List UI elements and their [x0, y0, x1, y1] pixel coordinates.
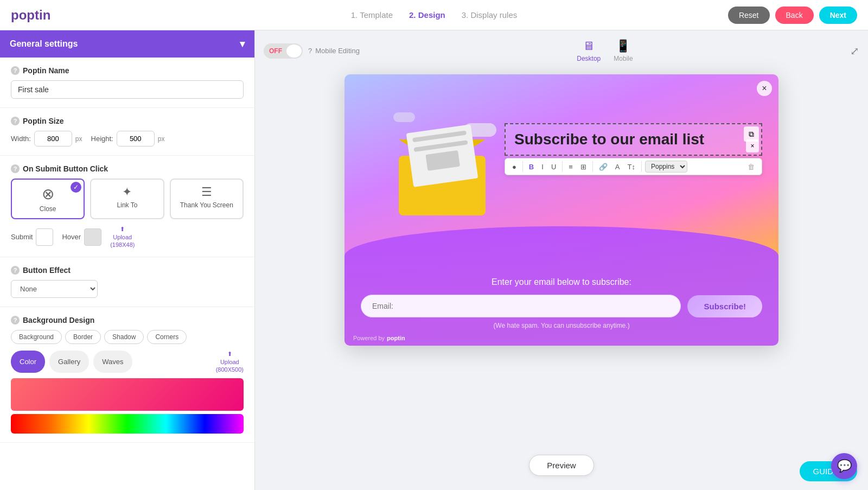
view-mobile[interactable]: 📱 Mobile	[614, 39, 633, 62]
panel-collapse-icon[interactable]: ▾	[240, 38, 245, 50]
bg-tab-background[interactable]: Background	[11, 330, 62, 344]
bg-tab-shadow[interactable]: Shadow	[104, 330, 144, 344]
submit-click-section: ? On Submit Button Click ✓ ⊗ Close ✦ Lin…	[0, 156, 254, 257]
toolbar-divider-1	[522, 161, 523, 172]
click-option-link[interactable]: ✦ Link To	[90, 179, 164, 219]
panel-header: General settings ▾	[0, 30, 254, 58]
font-size-button[interactable]: T↕	[625, 161, 638, 173]
height-input[interactable]	[117, 131, 155, 147]
upload-bg-icon: ⬆	[227, 351, 232, 358]
desktop-icon: 🖥	[583, 39, 595, 53]
color-preview[interactable]	[11, 378, 244, 411]
close-option-label: Close	[17, 205, 78, 213]
highlight-button[interactable]: A	[612, 161, 623, 173]
bold-button[interactable]: B	[526, 161, 537, 173]
heading-input[interactable]	[514, 131, 752, 148]
toggle-label: OFF	[265, 47, 286, 55]
button-effect-section: ? Button Effect None Fade Slide Bounce	[0, 257, 254, 307]
width-input[interactable]	[34, 131, 72, 147]
mobile-label: Mobile	[614, 55, 633, 62]
underline-button[interactable]: U	[548, 161, 559, 173]
back-button[interactable]: Back	[775, 7, 814, 24]
color-tab-color[interactable]: Color	[11, 351, 45, 373]
heading-text-box[interactable]: ⧉ ×	[505, 123, 762, 156]
logo: poptin	[11, 8, 50, 23]
hover-color-swatch[interactable]	[84, 228, 101, 246]
letter-line-1	[412, 130, 467, 142]
text-color-button[interactable]: ●	[509, 161, 519, 173]
click-option-close[interactable]: ✓ ⊗ Close	[11, 179, 85, 219]
link-button[interactable]: 🔗	[596, 161, 610, 173]
upload-bg-dims: (800X500)	[216, 366, 244, 373]
button-effect-select[interactable]: None Fade Slide Bounce	[11, 280, 98, 298]
email-input[interactable]	[361, 295, 681, 317]
thankyou-option-label: Thank You Screen	[176, 201, 237, 209]
width-label: Width:	[11, 135, 31, 143]
click-options: ✓ ⊗ Close ✦ Link To ☰ Thank You Screen	[11, 179, 244, 219]
logo-text: poptin	[11, 8, 50, 23]
mobile-edit-wrap[interactable]: ? Mobile Editing	[308, 47, 360, 55]
view-desktop[interactable]: 🖥 Desktop	[577, 39, 601, 62]
step-display[interactable]: 3. Display rules	[462, 10, 518, 20]
heading-editor-wrap: ⧉ × ● B I U ≡ ⊞ 🔗 A	[505, 123, 762, 175]
top-actions: Reset Back Next	[728, 7, 857, 24]
hover-label: Hover	[62, 233, 81, 241]
submit-color-wrap: Submit	[11, 228, 53, 246]
height-px: px	[158, 135, 165, 143]
delete-element-button[interactable]: 🗑	[745, 161, 757, 173]
poptin-name-help-icon[interactable]: ?	[11, 66, 20, 75]
height-item: Height: px	[91, 131, 165, 147]
popup-bottom: Enter your email below to subscribe: Sub…	[344, 266, 778, 346]
submit-click-help-icon[interactable]: ?	[11, 164, 20, 173]
popup-subtitle: Enter your email below to subscribe:	[361, 277, 762, 287]
click-option-thankyou[interactable]: ☰ Thank You Screen	[170, 179, 244, 219]
reset-button[interactable]: Reset	[728, 7, 770, 24]
poptin-size-help-icon[interactable]: ?	[11, 117, 20, 125]
poptin-size-section: ? Poptin Size Width: px Height: px	[0, 108, 254, 156]
spam-note: (We hate spam. You can unsubscribe anyti…	[361, 322, 762, 329]
submit-label: Submit	[11, 233, 33, 241]
canvas-toolbar: OFF ? Mobile Editing 🖥 Desktop 📱 Mobile	[264, 39, 859, 62]
upload-button[interactable]: ⬆ Upload (198X48)	[110, 226, 135, 248]
cloud-small	[393, 112, 415, 122]
close-editor-button[interactable]: ×	[746, 139, 759, 152]
effect-row: None Fade Slide Bounce	[11, 280, 244, 298]
left-panel: General settings ▾ ? Poptin Name ? Popti…	[0, 30, 255, 490]
center-button[interactable]: ⊞	[578, 161, 589, 173]
close-option-icon: ⊗	[17, 185, 78, 203]
button-effect-help-icon[interactable]: ?	[11, 266, 20, 275]
popup-close-button[interactable]: ×	[757, 81, 772, 96]
preview-button[interactable]: Preview	[529, 455, 593, 476]
toggle-knob	[286, 44, 302, 58]
align-button[interactable]: ≡	[566, 161, 576, 173]
color-picker-bar[interactable]	[11, 414, 244, 434]
background-design-section: ? Background Design Background Border Sh…	[0, 307, 254, 443]
color-tab-waves[interactable]: Waves	[93, 351, 132, 373]
text-formatting-toolbar: ● B I U ≡ ⊞ 🔗 A T↕ Poppi	[505, 158, 762, 175]
bg-help-icon[interactable]: ?	[11, 316, 20, 324]
mobile-icon: 📱	[616, 39, 630, 53]
toggle-pill[interactable]: OFF	[264, 43, 303, 59]
italic-button[interactable]: I	[539, 161, 546, 173]
upload-bg-button[interactable]: ⬆ Upload (800X500)	[216, 351, 244, 373]
poptin-name-label: ? Poptin Name	[11, 66, 244, 75]
subscribe-button[interactable]: Subscribe!	[687, 295, 762, 317]
chat-bubble-button[interactable]: 💬	[831, 453, 857, 479]
poptin-name-input[interactable]	[11, 80, 244, 99]
width-item: Width: px	[11, 131, 82, 147]
color-tab-gallery[interactable]: Gallery	[49, 351, 89, 373]
submit-color-swatch[interactable]	[36, 228, 53, 246]
font-select[interactable]: Poppins Arial Georgia	[645, 161, 687, 173]
steps: 1. Template 2. Design 3. Display rules	[351, 10, 518, 20]
upload-icon: ⬆	[120, 226, 125, 233]
bg-tab-corners[interactable]: Corners	[147, 330, 187, 344]
expand-icon[interactable]: ⤢	[850, 44, 859, 58]
desktop-label: Desktop	[577, 55, 601, 62]
submit-color-row: Submit Hover ⬆ Upload (198X48)	[11, 226, 244, 248]
main-layout: General settings ▾ ? Poptin Name ? Popti…	[0, 30, 868, 490]
step-design[interactable]: 2. Design	[409, 10, 445, 20]
bg-tab-border[interactable]: Border	[65, 330, 101, 344]
step-template[interactable]: 1. Template	[351, 10, 393, 20]
toolbar-divider-2	[562, 161, 563, 172]
next-button[interactable]: Next	[819, 7, 857, 24]
